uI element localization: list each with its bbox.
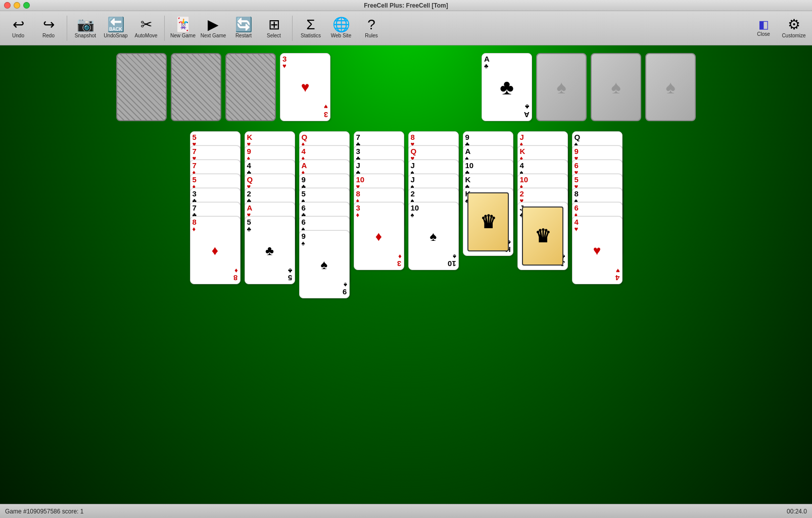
freecell-3[interactable] bbox=[225, 53, 276, 121]
card-col8-7[interactable]: 4♥♥4♥ bbox=[572, 216, 623, 284]
undo-button[interactable]: ↩ Undo bbox=[4, 14, 32, 43]
nextgame-icon: ▶ bbox=[208, 18, 219, 32]
column-8[interactable]: Q♠♠Q♠9♥♥9♥6♥♥6♥5♥♥5♥8♠♠8♠6♦♦6♦4♥♥4♥ bbox=[572, 131, 623, 284]
restart-icon: 🔄 bbox=[235, 18, 253, 32]
close-toolbar-icon: ◧ bbox=[758, 19, 769, 30]
card-col3-8[interactable]: 9♠♠9♠ bbox=[299, 230, 350, 298]
freecell-1[interactable] bbox=[116, 53, 167, 121]
card-col6-5[interactable]: K♠♠K♠♛ bbox=[463, 188, 513, 256]
close-button[interactable] bbox=[4, 2, 11, 9]
card-col7-6[interactable]: J♣♣J♣♛ bbox=[517, 202, 568, 270]
customize-icon: ⚙ bbox=[788, 18, 800, 32]
card-col5-6[interactable]: 10♠♠10♠ bbox=[408, 202, 459, 270]
select-button[interactable]: ⊞ Select bbox=[260, 14, 288, 43]
top-row: 3 ♥ ♥ ♥ 3 A ♣ ♣ ♣ A bbox=[0, 53, 812, 121]
game-time: 00:24.0 bbox=[787, 508, 807, 515]
snapshot-button[interactable]: 📷 Snapshot bbox=[71, 14, 100, 43]
statistics-button[interactable]: Σ Statistics bbox=[297, 14, 325, 43]
redo-button[interactable]: ↪ Redo bbox=[34, 14, 63, 43]
card-col2-7[interactable]: 5♣♣5♣ bbox=[245, 216, 295, 284]
column-1[interactable]: 5♥♥5♥7♥♥7♥7♦♦7♦5♦♦5♦3♣♣3♣7♣♣7♣8♦♦8♦ bbox=[190, 131, 241, 284]
toolbar-separator-2 bbox=[164, 16, 165, 41]
card-rank: A bbox=[484, 55, 490, 63]
foundation-watermark: ♠ bbox=[556, 77, 566, 98]
maximize-button[interactable] bbox=[23, 2, 30, 9]
statistics-icon: Σ bbox=[306, 18, 315, 32]
rules-icon: ? bbox=[367, 18, 375, 32]
foundation-watermark: ♠ bbox=[611, 77, 620, 98]
toolbar-right: ◧ Close ⚙ Customize bbox=[749, 14, 808, 43]
game-info: Game #1090957586 score: 1 bbox=[5, 508, 83, 515]
customize-button[interactable]: ⚙ Customize bbox=[780, 14, 808, 43]
foundation-1[interactable]: A ♣ ♣ ♣ A bbox=[482, 53, 532, 121]
toolbar-separator-3 bbox=[292, 16, 293, 41]
card-col1-7[interactable]: 8♦♦8♦ bbox=[190, 216, 241, 284]
website-icon: 🌐 bbox=[332, 18, 350, 32]
toolbar-separator-1 bbox=[67, 16, 67, 41]
close-toolbar-button[interactable]: ◧ Close bbox=[749, 14, 778, 43]
undosnap-icon: 🔙 bbox=[107, 18, 125, 32]
statusbar: Game #1090957586 score: 1 00:24.0 bbox=[0, 504, 812, 518]
card-col4-6[interactable]: 3♦♦3♦ bbox=[354, 202, 404, 270]
column-3[interactable]: Q♦♦Q♦4♦♦4♦A♦♦A♦9♣♣9♣5♠♠5♠6♣♣6♣6♠♠6♠9♠♠9♠ bbox=[299, 131, 350, 298]
toolbar: ↩ Undo ↪ Redo 📷 Snapshot 🔙 UndoSnap ✂ Au… bbox=[0, 11, 812, 45]
restart-button[interactable]: 🔄 Restart bbox=[229, 14, 258, 43]
card-rank: 3 bbox=[282, 55, 286, 63]
website-button[interactable]: 🌐 Web Site bbox=[327, 14, 355, 43]
foundation-watermark: ♠ bbox=[665, 77, 675, 98]
select-icon: ⊞ bbox=[268, 18, 280, 32]
card-center-suit: ♣ bbox=[500, 75, 514, 99]
card-center-suit: ♥ bbox=[301, 79, 310, 95]
freecell-2[interactable] bbox=[171, 53, 221, 121]
foundation-4[interactable]: ♠ bbox=[645, 53, 696, 121]
column-7[interactable]: J♦♦J♦K♦♦K♦4♠♠4♠10♦♦10♦2♥♥2♥J♣♣J♣♛ bbox=[517, 131, 568, 283]
automove-button[interactable]: ✂ AutoMove bbox=[132, 14, 160, 43]
columns: 5♥♥5♥7♥♥7♥7♦♦7♦5♦♦5♦3♣♣3♣7♣♣7♣8♦♦8♦K♥♥K♥… bbox=[0, 131, 812, 298]
freecell-4[interactable]: 3 ♥ ♥ ♥ 3 bbox=[280, 53, 330, 121]
column-6[interactable]: 9♣♣9♣A♠♠A♠10♣♣10♣K♣♣K♣K♠♠K♠♛ bbox=[463, 131, 513, 283]
foundations: A ♣ ♣ ♣ A ♠ ♠ ♠ bbox=[482, 53, 696, 121]
column-5[interactable]: 8♥♥8♥Q♥♥Q♥J♠♠J♠J♠♠J♠2♠♠2♠10♠♠10♠ bbox=[408, 131, 459, 283]
undo-icon: ↩ bbox=[13, 18, 24, 32]
rules-button[interactable]: ? Rules bbox=[357, 14, 386, 43]
titlebar: FreeCell Plus: FreeCell [Tom] bbox=[0, 0, 812, 11]
window-title: FreeCell Plus: FreeCell [Tom] bbox=[364, 2, 448, 9]
window-controls bbox=[4, 2, 30, 9]
automove-icon: ✂ bbox=[140, 18, 152, 32]
game-area: 3 ♥ ♥ ♥ 3 A ♣ ♣ ♣ A bbox=[0, 45, 812, 504]
foundation-3[interactable]: ♠ bbox=[591, 53, 641, 121]
column-4[interactable]: 7♣♣7♣3♣♣3♣J♣♣J♣10♥♥10♥8♦♦8♦3♦♦3♦ bbox=[354, 131, 404, 283]
foundation-2[interactable]: ♠ bbox=[536, 53, 587, 121]
column-2[interactable]: K♥♥K♥9♦♦9♦4♣♣4♣Q♥♥Q♥2♣♣2♣A♥♥A♥5♣♣5♣ bbox=[245, 131, 295, 284]
undosnap-button[interactable]: 🔙 UndoSnap bbox=[102, 14, 130, 43]
redo-icon: ↪ bbox=[43, 18, 55, 32]
card-suit: ♥ bbox=[282, 63, 286, 69]
minimize-button[interactable] bbox=[14, 2, 20, 9]
newgame-icon: 🃏 bbox=[174, 18, 192, 32]
newgame-button[interactable]: 🃏 New Game bbox=[169, 14, 197, 43]
snapshot-icon: 📷 bbox=[77, 18, 94, 32]
card-suit: ♣ bbox=[484, 63, 489, 69]
nextgame-button[interactable]: ▶ Next Game bbox=[199, 14, 227, 43]
free-cells: 3 ♥ ♥ ♥ 3 bbox=[116, 53, 330, 121]
